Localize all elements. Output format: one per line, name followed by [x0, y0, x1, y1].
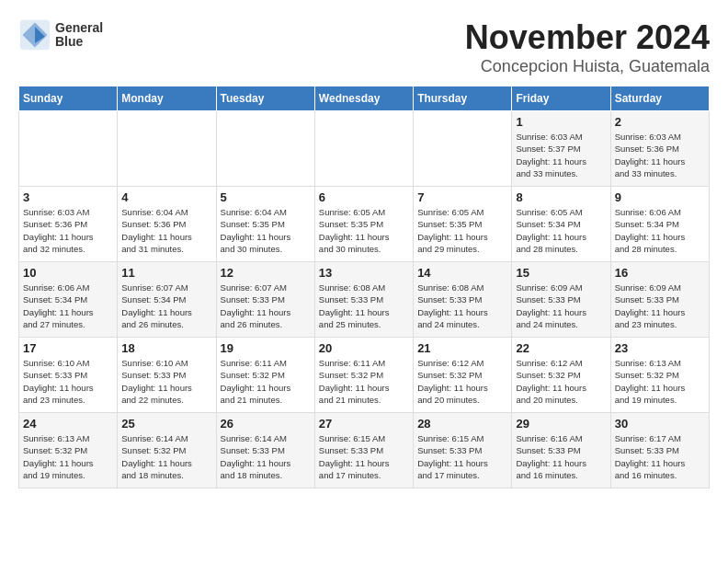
- week-row-5: 24Sunrise: 6:13 AM Sunset: 5:32 PM Dayli…: [19, 413, 710, 488]
- header: General Blue November 2024 Concepcion Hu…: [18, 18, 710, 76]
- day-info: Sunrise: 6:10 AM Sunset: 5:33 PM Dayligh…: [121, 357, 211, 406]
- day-cell: 7Sunrise: 6:05 AM Sunset: 5:35 PM Daylig…: [414, 187, 512, 262]
- day-cell: 9Sunrise: 6:06 AM Sunset: 5:34 PM Daylig…: [610, 187, 709, 262]
- weekday-header-wednesday: Wednesday: [314, 86, 413, 111]
- day-cell: 14Sunrise: 6:08 AM Sunset: 5:33 PM Dayli…: [414, 262, 512, 338]
- day-number: 2: [615, 115, 705, 129]
- day-number: 23: [615, 341, 705, 355]
- day-info: Sunrise: 6:15 AM Sunset: 5:33 PM Dayligh…: [417, 432, 507, 481]
- day-info: Sunrise: 6:08 AM Sunset: 5:33 PM Dayligh…: [319, 282, 409, 330]
- day-number: 28: [417, 417, 507, 431]
- day-cell: [118, 111, 216, 187]
- day-number: 16: [615, 266, 705, 280]
- day-info: Sunrise: 6:06 AM Sunset: 5:34 PM Dayligh…: [23, 282, 113, 330]
- day-cell: 12Sunrise: 6:07 AM Sunset: 5:33 PM Dayli…: [216, 262, 314, 338]
- day-number: 24: [23, 417, 113, 431]
- day-info: Sunrise: 6:04 AM Sunset: 5:35 PM Dayligh…: [221, 206, 311, 255]
- week-row-4: 17Sunrise: 6:10 AM Sunset: 5:33 PM Dayli…: [19, 338, 710, 413]
- weekday-header-friday: Friday: [512, 86, 610, 111]
- day-cell: 29Sunrise: 6:16 AM Sunset: 5:33 PM Dayli…: [512, 413, 610, 488]
- logo-line1: General: [55, 21, 103, 35]
- day-info: Sunrise: 6:03 AM Sunset: 5:37 PM Dayligh…: [516, 131, 606, 179]
- day-cell: [314, 111, 413, 187]
- logo-line2: Blue: [55, 35, 103, 49]
- day-cell: 15Sunrise: 6:09 AM Sunset: 5:33 PM Dayli…: [512, 262, 610, 338]
- weekday-header-thursday: Thursday: [414, 86, 512, 111]
- day-cell: 10Sunrise: 6:06 AM Sunset: 5:34 PM Dayli…: [19, 262, 118, 338]
- day-number: 14: [417, 266, 507, 280]
- day-cell: [216, 111, 314, 187]
- day-number: 3: [23, 190, 113, 204]
- day-cell: 18Sunrise: 6:10 AM Sunset: 5:33 PM Dayli…: [118, 338, 216, 413]
- day-cell: 13Sunrise: 6:08 AM Sunset: 5:33 PM Dayli…: [314, 262, 413, 338]
- day-cell: [414, 111, 512, 187]
- logo: General Blue: [18, 18, 103, 52]
- day-number: 17: [23, 341, 113, 355]
- weekday-header-row: SundayMondayTuesdayWednesdayThursdayFrid…: [19, 86, 710, 111]
- day-info: Sunrise: 6:04 AM Sunset: 5:36 PM Dayligh…: [121, 206, 211, 255]
- day-cell: 2Sunrise: 6:03 AM Sunset: 5:36 PM Daylig…: [610, 111, 709, 187]
- day-info: Sunrise: 6:07 AM Sunset: 5:33 PM Dayligh…: [221, 282, 311, 330]
- day-info: Sunrise: 6:09 AM Sunset: 5:33 PM Dayligh…: [516, 282, 606, 330]
- day-number: 19: [221, 341, 311, 355]
- day-cell: 8Sunrise: 6:05 AM Sunset: 5:34 PM Daylig…: [512, 187, 610, 262]
- logo-icon: [18, 18, 51, 52]
- day-cell: [19, 111, 118, 187]
- day-number: 13: [319, 266, 409, 280]
- day-info: Sunrise: 6:05 AM Sunset: 5:35 PM Dayligh…: [417, 206, 507, 255]
- day-info: Sunrise: 6:12 AM Sunset: 5:32 PM Dayligh…: [417, 357, 507, 406]
- day-cell: 21Sunrise: 6:12 AM Sunset: 5:32 PM Dayli…: [414, 338, 512, 413]
- day-cell: 25Sunrise: 6:14 AM Sunset: 5:32 PM Dayli…: [118, 413, 216, 488]
- day-info: Sunrise: 6:06 AM Sunset: 5:34 PM Dayligh…: [615, 206, 705, 255]
- day-number: 8: [516, 190, 606, 204]
- day-cell: 24Sunrise: 6:13 AM Sunset: 5:32 PM Dayli…: [19, 413, 118, 488]
- day-number: 9: [615, 190, 705, 204]
- day-info: Sunrise: 6:13 AM Sunset: 5:32 PM Dayligh…: [23, 432, 113, 481]
- day-number: 10: [23, 266, 113, 280]
- day-number: 4: [121, 190, 211, 204]
- weekday-header-sunday: Sunday: [19, 86, 118, 111]
- day-info: Sunrise: 6:15 AM Sunset: 5:33 PM Dayligh…: [319, 432, 409, 481]
- day-cell: 19Sunrise: 6:11 AM Sunset: 5:32 PM Dayli…: [216, 338, 314, 413]
- day-cell: 20Sunrise: 6:11 AM Sunset: 5:32 PM Dayli…: [314, 338, 413, 413]
- day-cell: 3Sunrise: 6:03 AM Sunset: 5:36 PM Daylig…: [19, 187, 118, 262]
- day-cell: 22Sunrise: 6:12 AM Sunset: 5:32 PM Dayli…: [512, 338, 610, 413]
- calendar-table: SundayMondayTuesdayWednesdayThursdayFrid…: [18, 86, 710, 488]
- day-info: Sunrise: 6:10 AM Sunset: 5:33 PM Dayligh…: [23, 357, 113, 406]
- day-cell: 28Sunrise: 6:15 AM Sunset: 5:33 PM Dayli…: [414, 413, 512, 488]
- day-info: Sunrise: 6:11 AM Sunset: 5:32 PM Dayligh…: [319, 357, 409, 406]
- weekday-header-monday: Monday: [118, 86, 216, 111]
- day-cell: 5Sunrise: 6:04 AM Sunset: 5:35 PM Daylig…: [216, 187, 314, 262]
- day-info: Sunrise: 6:05 AM Sunset: 5:35 PM Dayligh…: [319, 206, 409, 255]
- day-info: Sunrise: 6:09 AM Sunset: 5:33 PM Dayligh…: [615, 282, 705, 330]
- day-number: 20: [319, 341, 409, 355]
- day-number: 11: [121, 266, 211, 280]
- day-info: Sunrise: 6:17 AM Sunset: 5:33 PM Dayligh…: [615, 432, 705, 481]
- day-cell: 4Sunrise: 6:04 AM Sunset: 5:36 PM Daylig…: [118, 187, 216, 262]
- weekday-header-saturday: Saturday: [610, 86, 709, 111]
- day-number: 27: [319, 417, 409, 431]
- day-info: Sunrise: 6:16 AM Sunset: 5:33 PM Dayligh…: [516, 432, 606, 481]
- day-info: Sunrise: 6:11 AM Sunset: 5:32 PM Dayligh…: [221, 357, 311, 406]
- day-info: Sunrise: 6:08 AM Sunset: 5:33 PM Dayligh…: [417, 282, 507, 330]
- day-info: Sunrise: 6:03 AM Sunset: 5:36 PM Dayligh…: [615, 131, 705, 179]
- day-info: Sunrise: 6:14 AM Sunset: 5:33 PM Dayligh…: [221, 432, 311, 481]
- day-number: 22: [516, 341, 606, 355]
- day-cell: 1Sunrise: 6:03 AM Sunset: 5:37 PM Daylig…: [512, 111, 610, 187]
- day-cell: 17Sunrise: 6:10 AM Sunset: 5:33 PM Dayli…: [19, 338, 118, 413]
- month-title: November 2024: [465, 18, 710, 57]
- day-number: 1: [516, 115, 606, 129]
- logo-text: General Blue: [55, 21, 103, 50]
- day-cell: 11Sunrise: 6:07 AM Sunset: 5:34 PM Dayli…: [118, 262, 216, 338]
- day-number: 29: [516, 417, 606, 431]
- location-subtitle: Concepcion Huista, Guatemala: [465, 57, 710, 76]
- day-number: 6: [319, 190, 409, 204]
- day-number: 12: [221, 266, 311, 280]
- day-number: 15: [516, 266, 606, 280]
- weekday-header-tuesday: Tuesday: [216, 86, 314, 111]
- day-info: Sunrise: 6:13 AM Sunset: 5:32 PM Dayligh…: [615, 357, 705, 406]
- week-row-2: 3Sunrise: 6:03 AM Sunset: 5:36 PM Daylig…: [19, 187, 710, 262]
- title-area: November 2024 Concepcion Huista, Guatema…: [465, 18, 710, 76]
- day-info: Sunrise: 6:12 AM Sunset: 5:32 PM Dayligh…: [516, 357, 606, 406]
- day-info: Sunrise: 6:14 AM Sunset: 5:32 PM Dayligh…: [121, 432, 211, 481]
